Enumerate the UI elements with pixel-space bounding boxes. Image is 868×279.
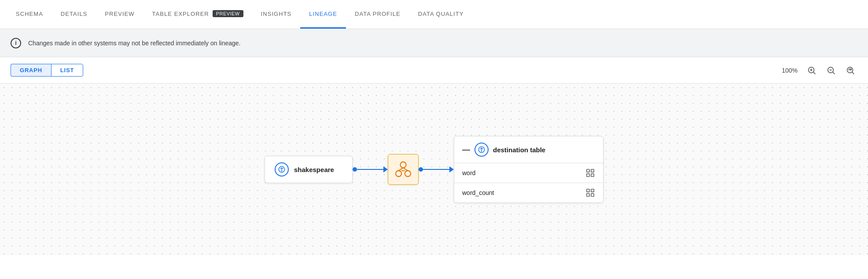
connector-arrow-1 xyxy=(383,166,388,173)
tab-insights[interactable]: INSIGHTS xyxy=(252,0,301,29)
svg-rect-18 xyxy=(587,169,589,172)
svg-rect-20 xyxy=(587,174,589,176)
view-toggle: GRAPH LIST xyxy=(11,64,83,77)
svg-point-17 xyxy=(481,151,482,152)
connector-line-2 xyxy=(423,169,449,170)
svg-rect-22 xyxy=(587,189,589,192)
svg-rect-19 xyxy=(591,169,594,172)
svg-point-12 xyxy=(405,171,411,176)
tab-schema[interactable]: SCHEMA xyxy=(7,0,52,29)
svg-rect-24 xyxy=(587,194,589,196)
svg-line-14 xyxy=(403,168,408,171)
svg-point-11 xyxy=(396,171,401,176)
zoom-controls: 100% xyxy=(782,63,857,77)
svg-line-3 xyxy=(813,72,815,74)
field-name-word-count: word_count xyxy=(462,189,494,196)
destination-node-header: — destination table xyxy=(454,136,603,163)
info-bar: i Changes made in other systems may not … xyxy=(0,29,868,57)
connector-dot-start-2 xyxy=(419,167,423,172)
tab-preview[interactable]: PREVIEW xyxy=(96,0,143,29)
zoom-reset-button[interactable] xyxy=(843,63,857,77)
connector-transform-dest xyxy=(419,166,454,173)
zoom-percentage: 100% xyxy=(782,67,798,74)
connector-source-transform xyxy=(353,166,388,173)
tabs-bar: SCHEMA DETAILS PREVIEW TABLE EXPLORER PR… xyxy=(0,0,868,29)
zoom-out-button[interactable] xyxy=(824,63,838,77)
lineage-graph: shakespeare xyxy=(265,136,603,203)
svg-point-9 xyxy=(281,171,282,172)
connector-line-1 xyxy=(357,169,383,170)
table-explorer-preview-badge: PREVIEW xyxy=(213,10,243,17)
tab-table-explorer[interactable]: TABLE EXPLORER PREVIEW xyxy=(143,0,252,29)
tab-lineage[interactable]: LINEAGE xyxy=(300,0,346,29)
info-icon: i xyxy=(11,38,21,48)
destination-node[interactable]: — destination table word xyxy=(454,136,603,203)
source-node-shakespeare[interactable]: shakespeare xyxy=(265,156,353,183)
field-link-icon-word xyxy=(585,168,595,178)
transform-node[interactable] xyxy=(388,154,419,185)
destination-node-label: destination table xyxy=(493,146,545,154)
svg-rect-21 xyxy=(591,174,594,176)
source-node-label: shakespeare xyxy=(294,166,334,173)
svg-rect-25 xyxy=(591,194,594,196)
graph-view-button[interactable]: GRAPH xyxy=(11,64,51,77)
lineage-canvas[interactable]: shakespeare xyxy=(0,84,868,255)
list-view-button[interactable]: LIST xyxy=(51,64,83,77)
toolbar: GRAPH LIST 100% xyxy=(0,57,868,84)
field-link-icon-word-count xyxy=(585,188,595,198)
destination-node-icon xyxy=(474,143,489,157)
svg-line-13 xyxy=(399,168,403,171)
destination-field-word[interactable]: word xyxy=(454,163,603,183)
tab-data-quality[interactable]: DATA QUALITY xyxy=(409,0,473,29)
field-name-word: word xyxy=(462,169,475,176)
connector-arrow-2 xyxy=(449,166,454,173)
svg-line-6 xyxy=(833,72,835,74)
info-message: Changes made in other systems may not be… xyxy=(28,40,240,47)
tab-details[interactable]: DETAILS xyxy=(52,0,96,29)
tab-data-profile[interactable]: DATA PROFILE xyxy=(346,0,409,29)
source-node-icon xyxy=(275,162,289,176)
destination-field-word-count[interactable]: word_count xyxy=(454,183,603,202)
zoom-in-button[interactable] xyxy=(805,63,819,77)
svg-rect-23 xyxy=(591,189,594,192)
connector-dot-start xyxy=(353,167,357,172)
svg-point-10 xyxy=(400,162,406,168)
